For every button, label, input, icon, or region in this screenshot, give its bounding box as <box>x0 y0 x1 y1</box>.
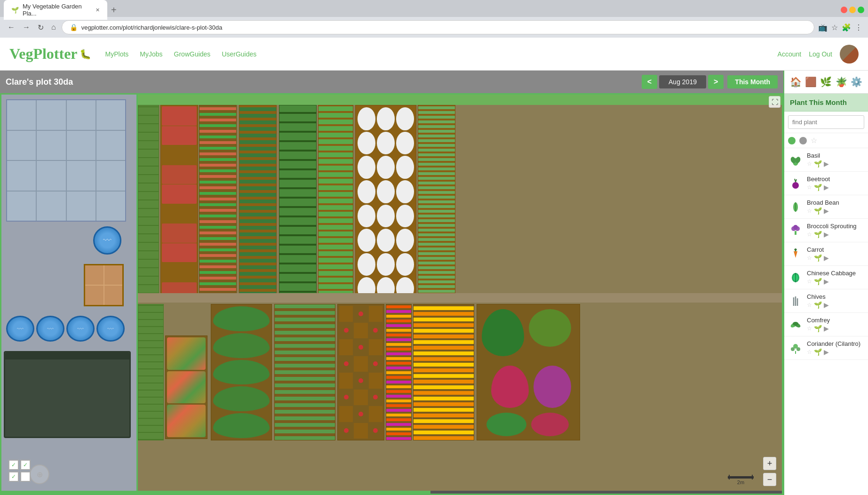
chinese-cabbage-plant-icon[interactable]: 🌱 <box>814 278 822 285</box>
account-link[interactable]: Account <box>778 50 802 58</box>
scale-label: 2m <box>737 479 744 485</box>
chives-info-icon[interactable]: ▶ <box>824 301 829 309</box>
broadbean-info-icon[interactable]: ▶ <box>824 207 829 215</box>
window-maximize[interactable] <box>858 7 864 13</box>
menu-icon[interactable]: ⋮ <box>855 23 862 32</box>
gear-icon[interactable]: ⚙️ <box>849 73 864 90</box>
home-button[interactable]: ⌂ <box>49 21 58 33</box>
broadbean-info: Broad Bean ☆ 🌱 ▶ <box>807 199 864 215</box>
carrot-plant-icon[interactable]: 🌱 <box>814 254 822 262</box>
house-icon[interactable]: 🏠 <box>788 73 803 90</box>
pot-icon[interactable]: 🪴 <box>834 73 849 90</box>
coriander-name: Coriander (Cilantro) <box>807 340 864 347</box>
chinese-cabbage-info-icon[interactable]: ▶ <box>824 278 829 285</box>
beetroot-info: Beetroot ☆ 🌱 ▶ <box>807 176 864 191</box>
nav-growguides[interactable]: GrowGuides <box>174 50 211 58</box>
scale-bar: 2m <box>728 476 754 485</box>
nav-myplots[interactable]: MyPlots <box>105 50 129 58</box>
carrot-star[interactable]: ☆ <box>807 255 812 261</box>
refresh-button[interactable]: ↻ <box>36 21 46 34</box>
carrot-actions: ☆ 🌱 ▶ <box>807 254 864 262</box>
logout-link[interactable]: Log Out <box>809 50 832 58</box>
broccoli-star[interactable]: ☆ <box>807 231 812 238</box>
carrot-info-icon[interactable]: ▶ <box>824 254 829 262</box>
nav-myjobs[interactable]: MyJobs <box>140 50 162 58</box>
carrot-name: Carrot <box>807 246 864 253</box>
progress-bar-fill <box>1 491 430 494</box>
window-close[interactable] <box>841 7 847 13</box>
user-avatar[interactable] <box>840 45 859 64</box>
plant-item-coriander: Coriander (Cilantro) ☆ 🌱 ▶ <box>784 336 868 360</box>
beetroot-info-icon[interactable]: ▶ <box>824 184 829 191</box>
vegetable-plots <box>138 95 782 494</box>
forward-button[interactable]: → <box>21 21 32 33</box>
active-tab[interactable]: 🌱 My Vegetable Garden Pla... ✕ <box>4 0 107 20</box>
filter-gray-dot[interactable] <box>799 137 807 144</box>
broadbean-plant-icon[interactable]: 🌱 <box>814 207 822 215</box>
broadbean-star[interactable]: ☆ <box>807 208 812 214</box>
bed-peppers <box>413 304 474 440</box>
water-barrels: 〰 〰 〰 〰 <box>6 316 125 342</box>
plant-item-beetroot: Beetroot ☆ 🌱 ▶ <box>784 172 868 195</box>
zoom-in-button[interactable]: + <box>763 457 776 470</box>
garden-canvas[interactable]: 〰 〰 〰 〰 〰 <box>0 93 783 495</box>
comfrey-info-icon[interactable]: ▶ <box>824 325 829 332</box>
app-logo: VegPlotter 🐛 <box>9 45 91 63</box>
chinese-cabbage-name: Chinese Cabbage <box>807 270 864 277</box>
svg-marker-12 <box>794 251 797 258</box>
plant-item-chives: Chives ☆ 🌱 ▶ <box>784 289 868 313</box>
filter-star[interactable]: ☆ <box>811 136 817 145</box>
svg-point-3 <box>792 182 799 189</box>
chives-star[interactable]: ☆ <box>807 302 812 308</box>
svg-point-27 <box>796 347 800 351</box>
bed-chard <box>477 304 580 440</box>
bookmark-icon[interactable]: ☆ <box>831 23 838 32</box>
plant-item-comfrey: Comfrey ☆ 🌱 ▶ <box>784 313 868 336</box>
basil-info-icon[interactable]: ▶ <box>824 160 829 168</box>
beetroot-star[interactable]: ☆ <box>807 184 812 191</box>
crosshair-tool[interactable]: ⊕ <box>30 464 49 484</box>
tab-close-button[interactable]: ✕ <box>96 7 100 13</box>
coriander-info-icon[interactable]: ▶ <box>824 348 829 356</box>
nav-userguides[interactable]: UserGuides <box>222 50 256 58</box>
comfrey-name: Comfrey <box>807 317 864 324</box>
window-minimize[interactable] <box>849 7 856 13</box>
fullscreen-button[interactable]: ⛶ <box>769 96 780 108</box>
carrot-info: Carrot ☆ 🌱 ▶ <box>807 246 864 262</box>
this-month-button[interactable]: This Month <box>727 75 778 88</box>
comfrey-star[interactable]: ☆ <box>807 325 812 332</box>
cast-icon[interactable]: 📺 <box>818 23 828 32</box>
chives-plant-icon[interactable]: 🌱 <box>814 301 822 309</box>
back-button[interactable]: ← <box>6 21 17 33</box>
logo-text: VegPlotter <box>9 45 78 63</box>
bed-brassica <box>355 105 416 303</box>
basil-star[interactable]: ☆ <box>807 160 812 167</box>
coriander-star[interactable]: ☆ <box>807 349 812 355</box>
shed-icon[interactable]: 🟫 <box>803 73 818 90</box>
comfrey-plant-icon[interactable]: 🌱 <box>814 325 822 332</box>
coriander-plant-icon[interactable]: 🌱 <box>814 348 822 356</box>
ssl-icon: 🔒 <box>70 24 78 31</box>
plant-item-carrot: Carrot ☆ 🌱 ▶ <box>784 242 868 266</box>
progress-bar-container <box>1 491 782 494</box>
shed <box>4 351 131 438</box>
url-bar[interactable]: 🔒 vegplotter.com/plot/richardjonlewis/cl… <box>62 20 814 34</box>
basil-plant-icon[interactable]: 🌱 <box>814 160 822 168</box>
paving-grid <box>6 99 126 222</box>
next-month-button[interactable]: > <box>708 75 724 89</box>
svg-point-26 <box>791 347 795 351</box>
prev-month-button[interactable]: < <box>642 75 657 89</box>
new-tab-button[interactable]: + <box>107 5 120 16</box>
carrot-icon <box>788 247 803 262</box>
plant-tool-icon[interactable]: 🌿 <box>819 73 834 90</box>
zoom-out-button[interactable]: − <box>763 473 776 486</box>
filter-green-dot[interactable] <box>788 137 796 144</box>
plant-item-broadbean: Broad Bean ☆ 🌱 ▶ <box>784 195 868 219</box>
right-panel: 🏠 🟫 🌿 🪴 ⚙️ Plant This Month ☆ <box>783 71 868 495</box>
beetroot-plant-icon[interactable]: 🌱 <box>814 184 822 191</box>
broccoli-plant-icon[interactable]: 🌱 <box>814 231 822 238</box>
broccoli-info-icon[interactable]: ▶ <box>824 231 829 238</box>
plant-search-input[interactable] <box>788 115 864 129</box>
chinese-cabbage-star[interactable]: ☆ <box>807 278 812 285</box>
extensions-icon[interactable]: 🧩 <box>842 23 851 32</box>
